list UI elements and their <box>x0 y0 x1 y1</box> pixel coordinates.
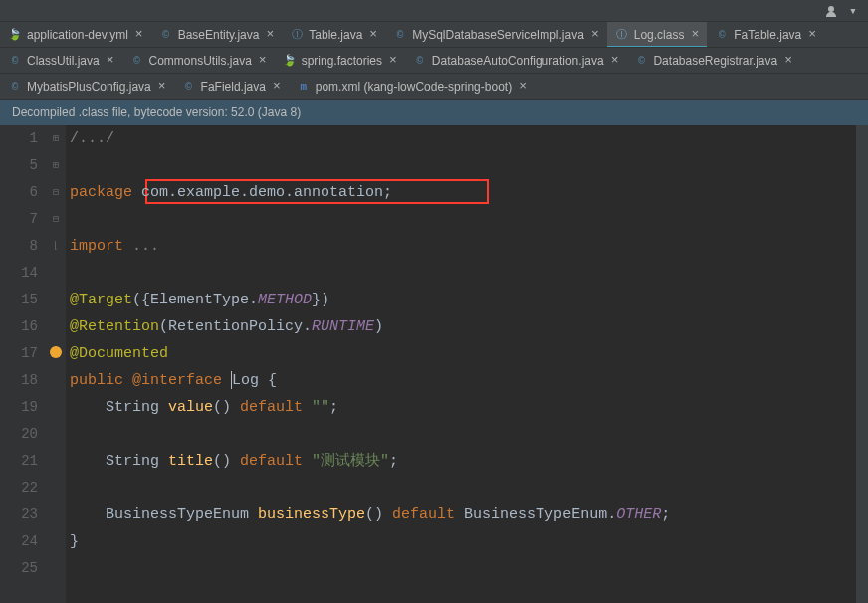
line-number: 6 <box>0 179 38 206</box>
tab-label: spring.factories <box>302 54 382 68</box>
line-number: 24 <box>0 528 38 555</box>
editor-tab[interactable]: ©CommonsUtils.java× <box>122 48 275 73</box>
file-type-icon: © <box>8 80 22 94</box>
close-icon[interactable]: × <box>808 27 816 42</box>
close-icon[interactable]: × <box>259 53 267 68</box>
file-type-icon: © <box>715 28 729 42</box>
close-icon[interactable]: × <box>519 79 527 94</box>
line-number: 14 <box>0 260 38 287</box>
documented-annotation: @Documented <box>70 345 168 362</box>
tab-label: DatabaseRegistrar.java <box>653 54 777 68</box>
public-keyword: public <box>70 372 132 389</box>
editor-tab[interactable]: ©BaseEntity.java× <box>151 22 283 47</box>
value-method: value <box>168 399 213 416</box>
tab-row-2: ©ClassUtil.java×©CommonsUtils.java×🍃spri… <box>0 48 868 74</box>
fold-toggle-icon[interactable]: ⊞ <box>46 152 66 179</box>
close-icon[interactable]: × <box>389 53 397 68</box>
intention-bulb-icon[interactable] <box>50 346 62 358</box>
target-annotation: @Target <box>70 292 132 308</box>
file-type-icon: © <box>634 54 648 68</box>
close-icon[interactable]: × <box>369 27 377 42</box>
dropdown-icon[interactable]: ▾ <box>846 4 860 18</box>
editor-tab[interactable]: ©MybatisPlusConfig.java× <box>0 74 174 99</box>
tab-label: ClassUtil.java <box>27 54 100 68</box>
retention-annotation: @Retention <box>70 318 159 335</box>
line-number: 21 <box>0 448 38 475</box>
line-number-gutter: 15678141516171819202122232425 <box>0 125 46 603</box>
close-icon[interactable]: × <box>135 27 143 42</box>
close-icon[interactable]: × <box>591 27 599 42</box>
folded-imports[interactable]: ... <box>132 238 159 255</box>
package-name: com.example.demo.annotation <box>141 184 383 201</box>
file-type-icon: m <box>297 80 311 94</box>
top-toolbar: ▾ <box>0 0 868 22</box>
tab-label: FaField.java <box>201 80 266 94</box>
editor-tab[interactable]: 🍃spring.factories× <box>275 48 405 73</box>
fold-toggle-icon[interactable]: ⊞ <box>46 125 66 152</box>
tab-label: MySqlDatabaseServiceImpl.java <box>412 28 584 42</box>
user-icon[interactable] <box>824 4 838 18</box>
tab-label: FaTable.java <box>734 28 801 42</box>
file-type-icon: © <box>182 80 196 94</box>
editor-tab[interactable]: ©DatabaseAutoConfiguration.java× <box>405 48 627 73</box>
package-keyword: package <box>70 184 141 201</box>
tab-label: pom.xml (kang-lowCode-spring-boot) <box>316 80 512 94</box>
fold-toggle-icon[interactable]: ⊟ <box>46 206 66 233</box>
fold-toggle-icon[interactable]: ⌊ <box>46 233 66 260</box>
file-type-icon: © <box>8 54 22 68</box>
line-number: 25 <box>0 555 38 582</box>
line-number: 17 <box>0 340 38 367</box>
close-icon[interactable]: × <box>266 27 274 42</box>
close-icon[interactable]: × <box>691 27 699 42</box>
file-type-icon: © <box>159 28 173 42</box>
file-type-icon: © <box>393 28 407 42</box>
line-number: 19 <box>0 394 38 421</box>
editor-tab[interactable]: ©FaTable.java× <box>707 22 824 47</box>
fold-toggle-icon[interactable]: ⊟ <box>46 179 66 206</box>
editor-tabs: 🍃application-dev.yml×©BaseEntity.java×ⒾT… <box>0 22 868 100</box>
line-number: 7 <box>0 206 38 233</box>
import-keyword: import <box>70 238 132 255</box>
tab-label: DatabaseAutoConfiguration.java <box>432 54 604 68</box>
line-number: 1 <box>0 125 38 152</box>
tab-row-3: ©MybatisPlusConfig.java×©FaField.java×mp… <box>0 74 868 100</box>
editor-tab[interactable]: 🍃application-dev.yml× <box>0 22 151 47</box>
close-icon[interactable]: × <box>107 53 114 68</box>
code-editor[interactable]: 15678141516171819202122232425 ⊞⊞⊟⊟⌊ /...… <box>0 125 868 603</box>
title-method: title <box>168 453 213 470</box>
tab-row-1: 🍃application-dev.yml×©BaseEntity.java×ⒾT… <box>0 22 868 48</box>
editor-tab[interactable]: ©MySqlDatabaseServiceImpl.java× <box>385 22 607 47</box>
editor-tab[interactable]: ⒾLog.class× <box>607 22 708 47</box>
svg-point-0 <box>828 6 834 12</box>
tab-label: CommonsUtils.java <box>149 54 252 68</box>
interface-keyword: @interface <box>132 372 231 389</box>
close-icon[interactable]: × <box>273 79 281 94</box>
code-area[interactable]: /.../ package com.example.demo.annotatio… <box>66 125 856 603</box>
editor-tab[interactable]: mpom.xml (kang-lowCode-spring-boot)× <box>289 74 535 99</box>
editor-tab[interactable]: ©DatabaseRegistrar.java× <box>626 48 800 73</box>
folded-comment[interactable]: /.../ <box>70 130 114 147</box>
line-number: 22 <box>0 475 38 502</box>
line-number: 20 <box>0 421 38 448</box>
line-number: 16 <box>0 313 38 340</box>
file-type-icon: Ⓘ <box>615 28 629 42</box>
tab-label: application-dev.yml <box>27 28 128 42</box>
tab-label: BaseEntity.java <box>178 28 260 42</box>
close-icon[interactable]: × <box>784 53 792 68</box>
editor-tab[interactable]: ©ClassUtil.java× <box>0 48 122 73</box>
decompile-info-bar: Decompiled .class file, bytecode version… <box>0 100 868 125</box>
tab-label: Table.java <box>309 28 362 42</box>
editor-tab[interactable]: ⒾTable.java× <box>282 22 385 47</box>
file-type-icon: Ⓘ <box>290 28 304 42</box>
vertical-scrollbar[interactable] <box>856 125 868 603</box>
line-number: 23 <box>0 502 38 528</box>
close-icon[interactable]: × <box>611 53 619 68</box>
file-type-icon: © <box>413 54 427 68</box>
close-icon[interactable]: × <box>158 79 166 94</box>
class-name-log: Log <box>232 372 259 389</box>
tab-label: MybatisPlusConfig.java <box>27 80 151 94</box>
editor-tab[interactable]: ©FaField.java× <box>174 74 289 99</box>
line-number: 15 <box>0 287 38 313</box>
line-number: 8 <box>0 233 38 260</box>
file-type-icon: © <box>130 54 144 68</box>
